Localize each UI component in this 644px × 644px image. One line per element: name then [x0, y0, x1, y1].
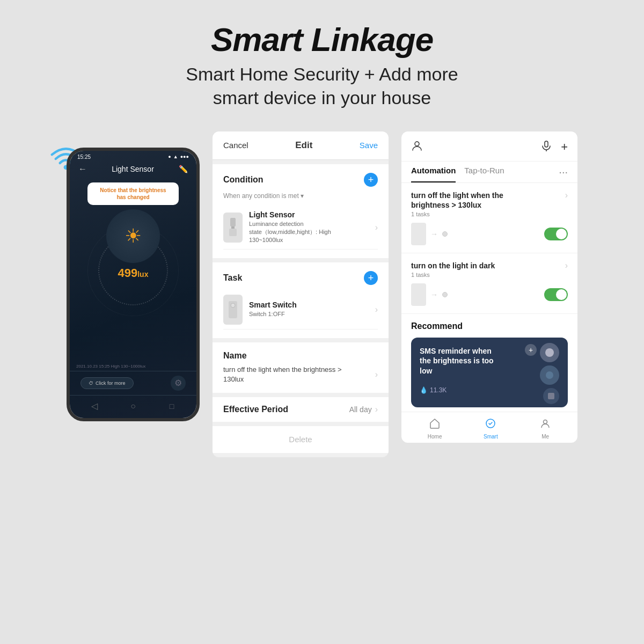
toggle-knob-1	[556, 229, 567, 239]
toggle-switch-2[interactable]	[544, 288, 568, 301]
svg-rect-7	[545, 141, 548, 147]
name-title: Name	[223, 351, 378, 361]
condition-subtitle[interactable]: When any condition is met ▾	[223, 192, 378, 200]
condition-title: Condition	[223, 175, 264, 185]
recommend-title: Recommend	[411, 321, 568, 331]
mic-icon[interactable]	[540, 140, 552, 155]
light-sensor-name: Light Sensor	[249, 210, 369, 219]
plus-icon[interactable]: +	[561, 140, 568, 154]
period-value-row: All day ›	[349, 405, 378, 414]
recommend-card[interactable]: SMS reminder when the brightness is too …	[411, 338, 568, 407]
automation-item-2-title: turn on the light in dark	[411, 261, 561, 270]
svg-point-13	[544, 420, 547, 424]
task-chevron: ›	[375, 305, 378, 314]
period-value: All day	[349, 405, 372, 414]
toggle-switch-1[interactable]	[544, 228, 568, 240]
phone-screen-title: Light Sensor	[112, 165, 154, 173]
more-options-icon[interactable]: ···	[559, 166, 568, 182]
svg-rect-11	[548, 393, 554, 399]
automation-item-2-preview: →	[411, 283, 568, 306]
preview-device-icon-2	[411, 283, 426, 306]
delete-button[interactable]: Delete	[289, 435, 312, 444]
name-value: turn off the light when the brightness >…	[223, 365, 375, 384]
automation-item-1-tasks: 1 tasks	[411, 211, 568, 217]
smart-panel-header: +	[401, 131, 577, 162]
smart-tabs: Automation Tap-to-Run ···	[401, 162, 577, 183]
phone-main-content: Notice that the brightness has changed ☀…	[70, 177, 196, 364]
nav-smart[interactable]: Smart	[484, 418, 498, 440]
automation-item-1-title: turn off the light when the brightness >…	[411, 191, 561, 210]
recommend-icon-3	[543, 388, 559, 404]
task-header: Task +	[223, 271, 378, 285]
back-icon[interactable]: ←	[78, 164, 87, 174]
smart-switch-desc: Switch 1:OFF	[249, 310, 369, 318]
edit-title: Edit	[295, 140, 312, 151]
phone-nav-back[interactable]: ◁	[87, 399, 102, 414]
preview-dot-2	[442, 292, 448, 297]
phone-log: 2021.10.23 15:25 High 130~1000lux	[76, 364, 145, 369]
automation-item-1-chevron: ›	[565, 191, 568, 200]
smart-panel: + Automation Tap-to-Run ··· turn off the…	[401, 131, 577, 443]
sub-title: Smart Home Security + Add more smart dev…	[186, 62, 458, 109]
name-chevron: ›	[375, 370, 378, 379]
add-condition-button[interactable]: +	[364, 173, 378, 187]
header-section: Smart Linkage Smart Home Security + Add …	[186, 21, 458, 110]
svg-point-5	[231, 303, 235, 308]
phone-time: 15:25	[77, 154, 91, 160]
home-icon	[429, 418, 441, 433]
tab-automation[interactable]: Automation	[411, 166, 456, 182]
condition-header: Condition +	[223, 173, 378, 187]
smart-header-right-icons: +	[540, 140, 568, 155]
phone-mockup: 15:25 ● ▲ ●●● ← Light Sensor ✏️	[67, 148, 200, 421]
smart-switch-name: Smart Switch	[249, 301, 369, 309]
svg-rect-1	[230, 218, 236, 226]
name-value-row: turn off the light when the brightness >…	[223, 365, 378, 384]
phone-bottom-bar: ⏱ Click for more ⚙	[70, 371, 196, 395]
task-device-row: Smart Switch Switch 1:OFF ›	[223, 290, 378, 330]
page-container: Smart Linkage Smart Home Security + Add …	[0, 0, 644, 644]
edit-panel-header: Cancel Edit Save	[213, 131, 389, 160]
svg-point-6	[415, 142, 419, 146]
preview-device-icon	[411, 223, 426, 245]
cancel-button[interactable]: Cancel	[223, 141, 248, 150]
automation-item-2-chevron: ›	[565, 261, 568, 270]
notice-bubble: Notice that the brightness has changed	[87, 182, 179, 205]
edit-panel: Cancel Edit Save Condition + When any co…	[213, 131, 389, 458]
svg-rect-3	[229, 229, 237, 236]
save-button[interactable]: Save	[360, 141, 378, 150]
task-title: Task	[223, 273, 242, 283]
add-task-button[interactable]: +	[364, 271, 378, 285]
svg-point-10	[546, 371, 553, 379]
period-section[interactable]: Effective Period All day ›	[213, 397, 389, 422]
click-more-button[interactable]: ⏱ Click for more	[80, 377, 134, 389]
smart-icon	[485, 418, 496, 433]
settings-icon[interactable]: ⚙	[171, 376, 186, 391]
phone-nav-home[interactable]: ○	[126, 399, 141, 414]
nav-smart-label: Smart	[484, 434, 498, 440]
user-icon[interactable]	[411, 140, 423, 155]
bottom-navigation: Home Smart Me	[401, 412, 577, 443]
nav-home-label: Home	[428, 434, 442, 440]
automation-item-2-title-row: turn on the light in dark ›	[411, 261, 568, 270]
period-label: Effective Period	[223, 405, 288, 414]
preview-dot	[442, 231, 448, 237]
smart-switch-icon	[223, 295, 243, 325]
smart-switch-info: Smart Switch Switch 1:OFF	[249, 301, 369, 318]
status-bar: 15:25 ● ▲ ●●●	[70, 151, 196, 161]
nav-me[interactable]: Me	[539, 418, 551, 440]
phone-nav-recent[interactable]: □	[164, 399, 179, 414]
nav-me-label: Me	[541, 434, 549, 440]
automation-item-2: turn on the light in dark › 1 tasks →	[401, 253, 577, 314]
name-section: Name turn off the light when the brightn…	[213, 342, 389, 393]
light-sensor-icon	[223, 213, 243, 243]
edit-icon[interactable]: ✏️	[179, 165, 188, 173]
task-section: Task + Smart Switch Switch 1:OFF ›	[213, 262, 389, 338]
recommend-add-button[interactable]: +	[525, 344, 537, 356]
nav-home[interactable]: Home	[428, 418, 442, 440]
light-sensor-desc: Luminance detection state（low,middle,hig…	[249, 220, 369, 245]
recommend-icon-2	[540, 365, 559, 385]
tab-tap-to-run[interactable]: Tap-to-Run	[464, 166, 504, 182]
recommend-card-title: SMS reminder when the brightness is too …	[420, 346, 503, 376]
recommend-icon-1	[540, 343, 559, 362]
automation-item-1: turn off the light when the brightness >…	[401, 183, 577, 253]
